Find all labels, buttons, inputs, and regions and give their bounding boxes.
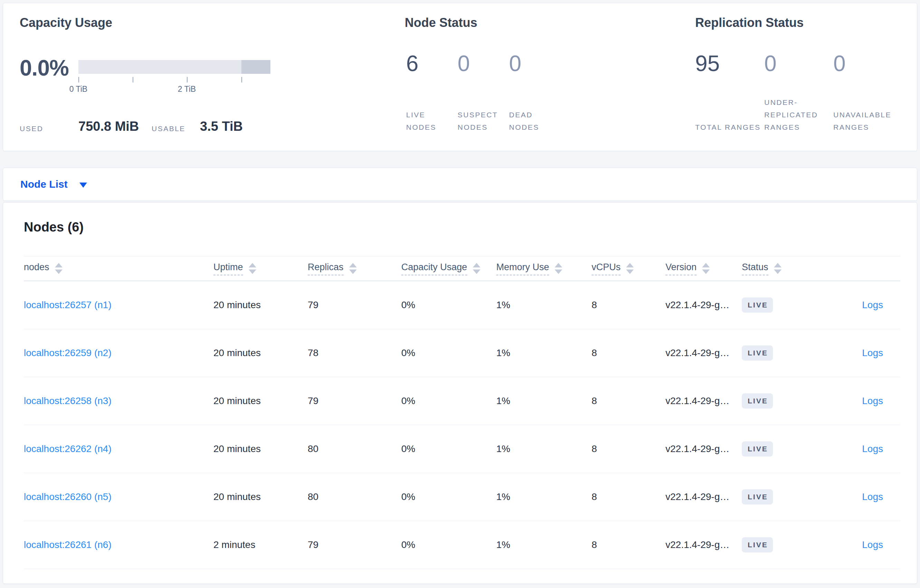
stat-item: 0 UNAVAILABLE RANGES (833, 52, 902, 134)
logs-link[interactable]: Logs (862, 299, 883, 310)
capacity-usage-cell: 0% (401, 491, 496, 502)
memory-use-cell: 1% (496, 347, 591, 359)
table-row: localhost:26262 (n4) 20 minutes 80 0% 1%… (24, 425, 900, 473)
uptime-cell: 20 minutes (214, 347, 308, 359)
node-status-title: Node Status (405, 16, 477, 30)
node-list-dropdown-label: Node List (20, 178, 68, 190)
logs-link[interactable]: Logs (862, 491, 883, 502)
status-badge: LIVE (742, 393, 773, 409)
logs-link[interactable]: Logs (862, 396, 883, 406)
column-header[interactable]: Status (742, 262, 811, 275)
axis-tick (187, 77, 188, 82)
capacity-usage-panel: Capacity Usage 0.0% 0 TiB 2 TiB USED 750… (20, 3, 382, 151)
memory-use-cell: 1% (496, 443, 591, 454)
vcpus-cell: 8 (591, 491, 666, 502)
uptime-cell: 20 minutes (214, 491, 308, 502)
column-header[interactable]: Version (666, 262, 742, 275)
replicas-cell: 80 (308, 491, 401, 502)
status-badge: LIVE (742, 297, 773, 313)
table-row: localhost:26259 (n2) 20 minutes 78 0% 1%… (24, 329, 900, 377)
status-cell: LIVE (742, 393, 811, 409)
table-title: Nodes (6) (24, 218, 917, 236)
node-list-dropdown[interactable]: Node List (20, 178, 87, 190)
logs-link[interactable]: Logs (862, 540, 883, 550)
stat-label: DEAD NODES (509, 109, 559, 134)
node-cell: localhost:26258 (n3) (24, 396, 214, 407)
column-header[interactable]: nodes (24, 262, 214, 275)
node-cell: localhost:26261 (n6) (24, 540, 214, 550)
stat-label: UNDER-REPLICATED RANGES (764, 96, 833, 134)
node-link[interactable]: localhost:26258 (n3) (24, 396, 112, 406)
node-cell: localhost:26260 (n5) (24, 491, 214, 502)
cluster-summary-card: Capacity Usage 0.0% 0 TiB 2 TiB USED 750… (3, 3, 917, 151)
axis-tick (133, 77, 133, 82)
version-cell: v22.1.4-29-g… (666, 443, 742, 454)
sort-icon (626, 263, 634, 274)
status-cell: LIVE (742, 346, 811, 360)
replication-status-panel: Replication Status 95 TOTAL RANGES 0 UND… (695, 3, 916, 151)
logs-cell: Logs (811, 491, 900, 502)
stat-label: UNAVAILABLE RANGES (833, 109, 902, 134)
capacity-usage-cell: 0% (401, 347, 496, 359)
vcpus-cell: 8 (591, 347, 666, 359)
uptime-cell: 20 minutes (214, 299, 308, 310)
stat-label: SUSPECT NODES (458, 109, 508, 134)
status-cell: LIVE (742, 297, 811, 313)
stat-item: 95 TOTAL RANGES (695, 52, 764, 134)
table-body: localhost:26257 (n1) 20 minutes 79 0% 1%… (24, 281, 900, 569)
logs-link[interactable]: Logs (862, 443, 883, 454)
column-header[interactable]: Memory Use (496, 262, 591, 275)
column-header[interactable]: vCPUs (591, 262, 666, 275)
used-label: USED (20, 124, 43, 133)
usable-value: 3.5 TiB (200, 119, 243, 134)
node-link[interactable]: localhost:26261 (n6) (24, 540, 112, 550)
replicas-cell: 78 (308, 347, 401, 359)
stat-value: 0 (458, 52, 508, 75)
node-cell: localhost:26257 (n1) (24, 299, 214, 310)
stat-item: 0 UNDER-REPLICATED RANGES (764, 52, 833, 134)
axis-tick (78, 77, 79, 82)
table-row: localhost:26258 (n3) 20 minutes 79 0% 1%… (24, 377, 900, 425)
status-badge: LIVE (742, 489, 773, 504)
stat-item: 0 SUSPECT NODES (458, 52, 508, 134)
capacity-bar-other-segment (241, 60, 270, 74)
logs-link[interactable]: Logs (862, 347, 883, 358)
capacity-usage-cell: 0% (401, 540, 496, 550)
replication-status-title: Replication Status (695, 16, 803, 30)
uptime-cell: 20 minutes (214, 396, 308, 407)
node-link[interactable]: localhost:26259 (n2) (24, 347, 112, 358)
column-header[interactable]: Capacity Usage (401, 262, 496, 275)
memory-use-cell: 1% (496, 491, 591, 502)
node-link[interactable]: localhost:26262 (n4) (24, 443, 112, 454)
column-header[interactable]: Uptime (214, 262, 308, 275)
capacity-bar (78, 60, 270, 74)
stat-value: 95 (695, 52, 764, 75)
vcpus-cell: 8 (591, 540, 666, 550)
version-cell: v22.1.4-29-g… (666, 396, 742, 407)
sort-icon (702, 263, 710, 274)
stat-value: 0 (764, 52, 833, 75)
capacity-usage-cell: 0% (401, 299, 496, 310)
table-row: localhost:26261 (n6) 2 minutes 79 0% 1% … (24, 521, 900, 569)
stat-item: 6 LIVE NODES (406, 52, 456, 134)
capacity-usage-cell: 0% (401, 443, 496, 454)
stat-item: 0 DEAD NODES (509, 52, 559, 134)
logs-cell: Logs (811, 299, 900, 310)
column-header-label: Version (666, 262, 696, 275)
status-cell: LIVE (742, 537, 811, 552)
vcpus-cell: 8 (591, 396, 666, 407)
node-status-panel: Node Status 6 LIVE NODES 0 SUSPECT NODES… (405, 3, 681, 151)
replicas-cell: 80 (308, 443, 401, 454)
node-link[interactable]: localhost:26260 (n5) (24, 491, 112, 502)
usable-label: USABLE (152, 124, 185, 133)
stat-label: LIVE NODES (406, 109, 456, 134)
view-selector-card: Node List (3, 168, 917, 201)
stat-value: 0 (509, 52, 559, 75)
table-header-row: nodes Uptime Replicas Capacity U (24, 256, 900, 281)
column-header-label: nodes (24, 262, 49, 275)
version-cell: v22.1.4-29-g… (666, 540, 742, 550)
vcpus-cell: 8 (591, 299, 666, 310)
column-header[interactable]: Replicas (308, 262, 401, 275)
node-link[interactable]: localhost:26257 (n1) (24, 299, 112, 310)
stat-value: 0 (833, 52, 902, 75)
